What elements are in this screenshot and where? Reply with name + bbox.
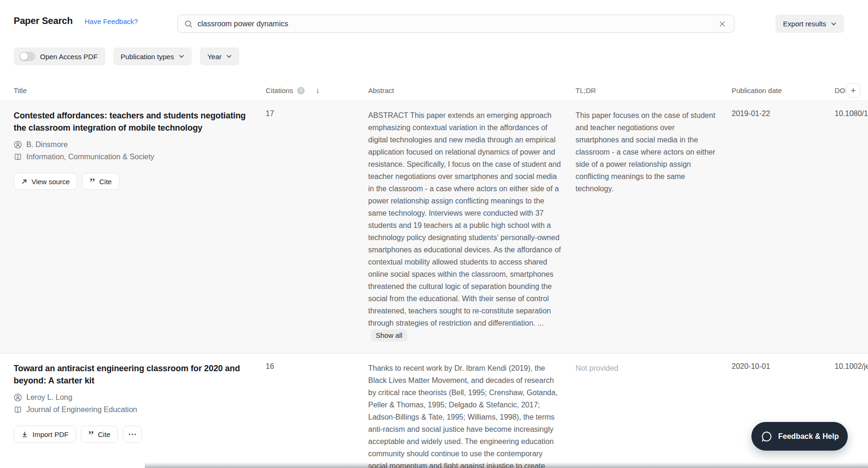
- ellipsis-icon: [129, 434, 130, 435]
- tldr-text: This paper focuses on the case of studen…: [576, 101, 732, 195]
- page-title: Paper Search: [14, 16, 72, 26]
- doi-value: 10.1080/13: [835, 101, 868, 118]
- chevron-down-icon: [831, 22, 836, 26]
- citations-header-label: Citations: [266, 86, 293, 94]
- more-options-button[interactable]: [123, 426, 142, 443]
- cite-button[interactable]: ” Cite: [81, 426, 118, 443]
- author-name: B. Dinsmore: [26, 140, 68, 149]
- feedback-help-label: Feedback & Help: [778, 432, 839, 441]
- open-access-pdf-label: Open Access PDF: [40, 53, 98, 61]
- clear-search-icon[interactable]: [717, 19, 727, 29]
- column-header-abstract: Abstract: [368, 86, 576, 94]
- have-feedback-link[interactable]: Have Feedback?: [85, 17, 138, 25]
- results-table: Contested affordances: teachers and stud…: [0, 101, 868, 468]
- paper-title[interactable]: Contested affordances: teachers and stud…: [14, 109, 255, 134]
- column-header-title: Title: [0, 86, 266, 94]
- author-name: Leroy L. Long: [26, 393, 72, 402]
- bottom-edge-shadow: [145, 462, 868, 468]
- abstract-text: ABSTRACT This paper extends an emerging …: [368, 111, 561, 327]
- journal-icon: [14, 153, 22, 161]
- import-pdf-label: Import PDF: [32, 430, 69, 438]
- column-header-citations: Citations i ↓: [266, 86, 368, 95]
- column-header-publication-date: Publication date: [732, 86, 835, 94]
- toggle-switch[interactable]: [19, 52, 35, 61]
- paper-title[interactable]: Toward an antiracist engineering classro…: [14, 362, 255, 387]
- publication-types-label: Publication types: [121, 53, 174, 61]
- import-pdf-button[interactable]: Import PDF: [14, 426, 76, 443]
- publication-date: 2019-01-22: [732, 101, 835, 118]
- search-icon: [184, 20, 193, 28]
- cite-label: Cite: [99, 178, 112, 186]
- journal-name: Information, Communication & Society: [26, 153, 154, 161]
- author-icon: [14, 393, 22, 402]
- abstract-text: Thanks to recent work by Dr. Ibram Kendi…: [368, 354, 576, 468]
- year-dropdown[interactable]: Year: [200, 47, 239, 65]
- journal-icon: [14, 406, 22, 414]
- doi-value: 10.1002/je: [835, 354, 868, 371]
- citations-count: 17: [266, 101, 368, 118]
- cite-label: Cite: [98, 430, 110, 438]
- chat-bubble-icon: [760, 430, 773, 443]
- journal-name: Journal of Engineering Education: [26, 406, 137, 414]
- citations-count: 16: [266, 354, 368, 371]
- open-access-pdf-toggle[interactable]: Open Access PDF: [14, 47, 105, 65]
- download-icon: [21, 431, 28, 438]
- show-all-button[interactable]: Show all: [371, 329, 407, 342]
- feedback-help-button[interactable]: Feedback & Help: [751, 422, 848, 451]
- info-icon[interactable]: i: [297, 87, 305, 94]
- search-bar[interactable]: [177, 15, 734, 33]
- author-icon: [14, 140, 22, 149]
- add-column-button[interactable]: +: [846, 83, 860, 98]
- external-link-icon: [21, 179, 27, 185]
- table-header: Title Citations i ↓ Abstract TL;DR Publi…: [0, 80, 868, 101]
- view-source-button[interactable]: View source: [14, 173, 77, 190]
- table-row[interactable]: Toward an antiracist engineering classro…: [0, 354, 868, 468]
- chevron-down-icon: [179, 55, 184, 58]
- export-results-label: Export results: [783, 20, 826, 28]
- toggle-knob: [20, 53, 28, 60]
- search-input[interactable]: [197, 20, 717, 28]
- export-results-button[interactable]: Export results: [775, 15, 844, 33]
- year-label: Year: [207, 53, 221, 61]
- sort-descending-icon[interactable]: ↓: [316, 86, 320, 95]
- view-source-label: View source: [32, 178, 70, 186]
- chevron-down-icon: [226, 55, 232, 58]
- table-row[interactable]: Contested affordances: teachers and stud…: [0, 101, 868, 354]
- filter-bar: Open Access PDF Publication types Year: [14, 47, 239, 65]
- publication-date: 2020-10-01: [732, 354, 835, 371]
- tldr-text: Not provided: [576, 354, 732, 374]
- column-header-tldr: TL;DR: [576, 86, 732, 94]
- publication-types-dropdown[interactable]: Publication types: [113, 47, 192, 65]
- cite-button[interactable]: ” Cite: [82, 173, 119, 190]
